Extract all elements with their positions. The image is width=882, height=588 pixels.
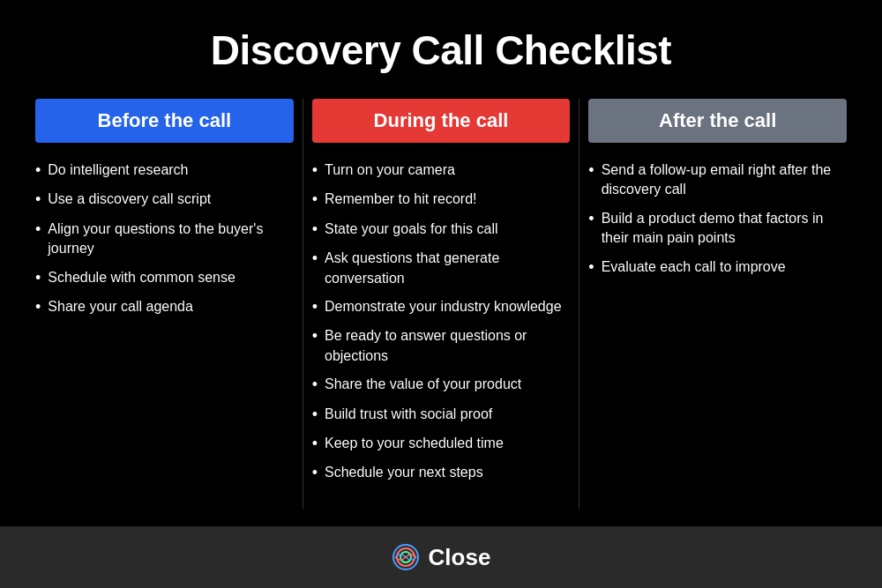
list-item: Align your questions to the buyer's jour… xyxy=(35,220,294,259)
column-after: After the call Send a follow-up email ri… xyxy=(579,99,856,509)
list-item: Schedule with common sense xyxy=(35,268,294,288)
column-during: During the call Turn on your cameraRemem… xyxy=(303,99,580,509)
after-header: After the call xyxy=(588,99,847,143)
list-item: Share the value of your product xyxy=(312,375,571,395)
during-list: Turn on your cameraRemember to hit recor… xyxy=(312,160,571,484)
close-logo-icon xyxy=(392,543,420,571)
footer: Close xyxy=(0,526,882,588)
list-item: Evaluate each call to improve xyxy=(588,257,847,278)
columns-container: Before the call Do intelligent researchU… xyxy=(26,99,856,509)
list-item: Keep to your scheduled time xyxy=(312,434,571,454)
list-item: Demonstrate your industry knowledge xyxy=(312,297,571,317)
list-item: Build trust with social proof xyxy=(312,405,571,425)
list-item: Schedule your next steps xyxy=(312,463,571,483)
main-content: Discovery Call Checklist Before the call… xyxy=(0,0,882,526)
list-item: State your goals for this call xyxy=(312,220,571,240)
after-list: Send a follow-up email right after the d… xyxy=(588,160,847,278)
list-item: Be ready to answer questions or objectio… xyxy=(312,326,571,366)
list-item: Use a discovery call script xyxy=(35,190,294,210)
before-header: Before the call xyxy=(35,99,294,143)
list-item: Turn on your camera xyxy=(312,160,571,181)
list-item: Share your call agenda xyxy=(35,297,294,317)
page-title: Discovery Call Checklist xyxy=(26,26,856,74)
footer-logo: Close xyxy=(392,543,491,571)
list-item: Remember to hit record! xyxy=(312,190,571,210)
list-item: Build a product demo that factors in the… xyxy=(588,209,847,249)
list-item: Ask questions that generate conversation xyxy=(312,249,571,288)
list-item: Do intelligent research xyxy=(35,160,294,181)
column-before: Before the call Do intelligent researchU… xyxy=(26,99,303,509)
during-header: During the call xyxy=(312,99,571,143)
footer-brand-name: Close xyxy=(429,544,491,571)
list-item: Send a follow-up email right after the d… xyxy=(588,160,847,200)
before-list: Do intelligent researchUse a discovery c… xyxy=(35,160,294,317)
